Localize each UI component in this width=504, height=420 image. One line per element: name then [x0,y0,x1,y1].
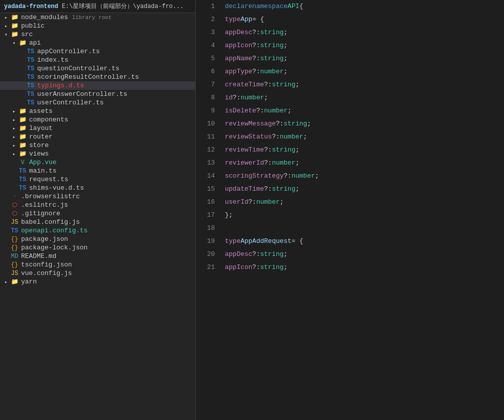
file-icon-git: ⬡ [10,210,19,217]
token-punc: ?: [264,78,272,91]
line-number-11: 11 [196,130,215,144]
tree-item-router[interactable]: ▸ 📁 router [0,132,195,141]
token-punc: ; [295,157,299,170]
tree-item-components[interactable]: ▸ 📁 components [0,115,195,124]
tree-item-store[interactable]: ▸ 📁 store [0,141,195,150]
file-icon-folder: 📁 [18,133,27,141]
token-punc: ; [288,104,292,117]
token-type-ref: number [292,170,315,183]
file-icon-ts: TS [26,91,35,98]
file-icon-folder: 📁 [18,124,27,132]
code-line-13: reviewerId?: number; [225,157,496,170]
token-prop: appDesc [225,248,253,261]
tree-label: request.ts [29,176,195,183]
token-punc: }; [225,209,233,222]
token-punc: ?: [253,26,261,39]
project-name: yadada-frontend [4,3,58,10]
tree-item-userController[interactable]: TS userController.ts [0,98,195,107]
tree-item-public[interactable]: ▸ 📁 public [0,22,195,30]
token-punc: ; [284,52,288,65]
file-icon-ts: TS [18,176,27,183]
tree-item-tsconfig[interactable]: {} tsconfig.json [0,260,195,269]
tree-item-packageJson[interactable]: {} package.json [0,235,195,243]
tree-label: store [29,142,195,149]
tree-item-gitignore[interactable]: ⬡ .gitignore [0,209,195,218]
tree-label: appController.ts [37,48,195,55]
tree-label: package-lock.json [21,244,195,251]
code-area[interactable]: declare namespace API {⌄ type App = { ap… [221,0,504,420]
tree-label: App.vue [29,159,195,166]
file-icon-md: MD [10,253,19,260]
file-icon-ts: TS [26,99,35,106]
tree-item-openapiConfig[interactable]: TS openapi.config.ts [0,226,195,235]
tree-arrow: ▾ [2,32,10,38]
tree-item-userAnswerController[interactable]: TS userAnswerController.ts [0,90,195,98]
tree-item-yarn[interactable]: ▸ 📁 yarn [0,277,195,286]
tree-item-index[interactable]: TS index.ts [0,56,195,64]
tree-item-node_modules[interactable]: ▸ 📁 node_modules library root [0,13,195,22]
tree-item-eslintrc[interactable]: ⬡ .eslintrc.js [0,201,195,209]
line-numbers: 123456789101112131415161718192021 [196,0,221,420]
tree-item-api[interactable]: ▾ 📁 api [0,39,195,47]
tree-item-typings[interactable]: TS typings.d.ts [0,81,195,90]
token-punc: ; [284,65,288,78]
tree-item-browserslistrc[interactable]: · .browserslistrc [0,192,195,201]
token-punc: ?: [253,65,261,78]
token-punc: ; [295,183,299,196]
tree-arrow: ▸ [10,143,18,149]
tree-item-views[interactable]: ▸ 📁 views [0,150,195,158]
code-line-3: appDesc?: string; [225,26,496,39]
tree-label: shims-vue.d.ts [29,184,195,192]
tree-label: questionController.ts [37,65,195,72]
token-type-ref: number [240,91,264,104]
line-number-21: 21 [196,261,215,274]
tree-item-AppVue[interactable]: V App.vue [0,158,195,167]
tree-label: index.ts [37,56,195,64]
token-type-ref: number [280,130,303,144]
token-prop: appIcon [225,261,253,274]
line-number-15: 15 [196,183,215,196]
tree-label: scoringResultController.ts [37,73,195,81]
project-header: yadada-frontend E:\星球项目（前端部分）\yadada-fro… [0,0,195,13]
tree-item-mainTs[interactable]: TS main.ts [0,167,195,175]
token-punc: ; [303,130,307,144]
line-number-4: 4 [196,39,215,52]
code-line-21: appIcon?: string; [225,261,496,274]
file-icon-folder: 📁 [10,22,19,30]
tree-item-requestTs[interactable]: TS request.ts [0,175,195,184]
token-punc: ?: [264,144,272,157]
token-prop: id [225,91,233,104]
token-prop: reviewTime [225,144,264,157]
tree-item-packageLockJson[interactable]: {} package-lock.json [0,243,195,252]
file-icon-ts: TS [26,48,35,55]
line-number-3: 3 [196,26,215,39]
token-kw: declare [225,0,253,13]
code-line-14: scoringStrategy?: number; [225,170,496,183]
token-type-ref: string [272,183,296,196]
token-type-ref: string [260,261,284,274]
tree-item-layout[interactable]: ▸ 📁 layout [0,124,195,132]
file-tree: ▸ 📁 node_modules library root ▸ 📁 public… [0,13,195,286]
tree-item-src[interactable]: ▾ 📁 src [0,30,195,39]
tree-item-shimsVue[interactable]: TS shims-vue.d.ts [0,184,195,192]
tree-item-assets[interactable]: ▸ 📁 assets [0,107,195,115]
tree-item-readme[interactable]: MD README.md [0,252,195,260]
token-type-ref: string [284,117,307,130]
token-punc: ; [284,26,288,39]
token-prop: isDelete [225,104,256,117]
token-punc: ?: [253,248,261,261]
code-editor: 123456789101112131415161718192021 declar… [196,0,504,420]
tree-item-scoringResultController[interactable]: TS scoringResultController.ts [0,73,195,81]
token-punc: ?: [253,52,261,65]
tree-item-vueConfig[interactable]: JS vue.config.js [0,269,195,277]
tree-item-questionController[interactable]: TS questionController.ts [0,64,195,73]
token-type-ref: string [272,78,296,91]
tree-item-appController[interactable]: TS appController.ts [0,47,195,56]
tree-label: package.json [21,235,195,243]
tree-item-babelConfig[interactable]: JS babel.config.js [0,218,195,226]
tree-arrow: ▸ [2,279,10,285]
token-ns: API [288,0,299,13]
file-icon-json: {} [10,244,19,251]
file-icon-eslint: ⬡ [10,201,19,209]
file-icon-folder: 📁 [18,116,27,123]
